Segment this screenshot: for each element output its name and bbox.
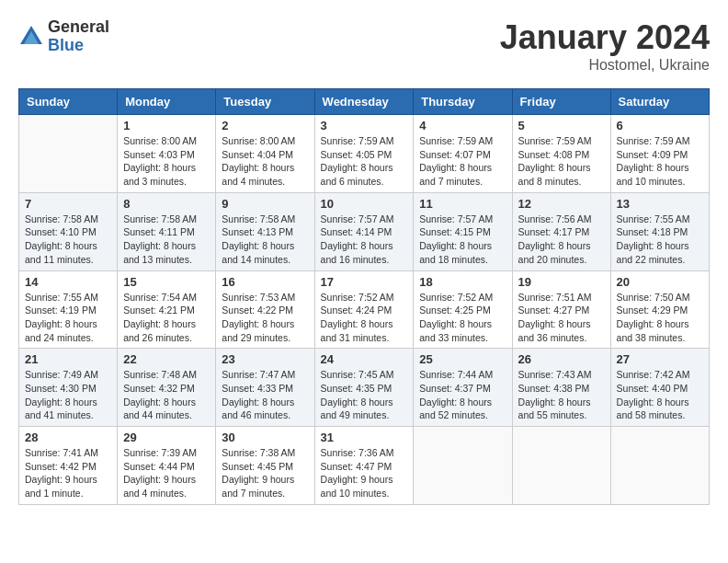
table-row bbox=[19, 115, 118, 193]
header-tuesday: Tuesday bbox=[216, 89, 314, 115]
day-number: 18 bbox=[419, 275, 506, 289]
table-row: 24Sunrise: 7:45 AMSunset: 4:35 PMDayligh… bbox=[314, 349, 414, 427]
calendar-week-row: 28Sunrise: 7:41 AMSunset: 4:42 PMDayligh… bbox=[19, 427, 710, 505]
table-row bbox=[610, 427, 709, 505]
table-row bbox=[414, 427, 512, 505]
logo-general-text: General bbox=[48, 18, 109, 37]
calendar-week-row: 14Sunrise: 7:55 AMSunset: 4:19 PMDayligh… bbox=[19, 270, 710, 349]
header-row: Sunday Monday Tuesday Wednesday Thursday… bbox=[19, 89, 710, 115]
table-row: 4Sunrise: 7:59 AMSunset: 4:07 PMDaylight… bbox=[414, 115, 512, 193]
day-number: 20 bbox=[617, 275, 703, 289]
table-row: 17Sunrise: 7:52 AMSunset: 4:24 PMDayligh… bbox=[314, 270, 414, 349]
day-number: 8 bbox=[123, 197, 210, 211]
table-row: 30Sunrise: 7:38 AMSunset: 4:45 PMDayligh… bbox=[216, 427, 314, 505]
table-row: 3Sunrise: 7:59 AMSunset: 4:05 PMDaylight… bbox=[314, 115, 414, 193]
day-number: 25 bbox=[419, 352, 506, 366]
table-row: 1Sunrise: 8:00 AMSunset: 4:03 PMDaylight… bbox=[118, 115, 216, 193]
table-row: 28Sunrise: 7:41 AMSunset: 4:42 PMDayligh… bbox=[19, 427, 118, 505]
day-number: 27 bbox=[617, 352, 703, 366]
day-info: Sunrise: 7:59 AMSunset: 4:05 PMDaylight:… bbox=[321, 134, 408, 189]
day-info: Sunrise: 7:52 AMSunset: 4:24 PMDaylight:… bbox=[321, 291, 408, 345]
calendar-week-row: 21Sunrise: 7:49 AMSunset: 4:30 PMDayligh… bbox=[19, 349, 710, 427]
table-row: 6Sunrise: 7:59 AMSunset: 4:09 PMDaylight… bbox=[610, 115, 709, 193]
day-info: Sunrise: 7:52 AMSunset: 4:25 PMDaylight:… bbox=[419, 291, 506, 345]
day-info: Sunrise: 7:58 AMSunset: 4:11 PMDaylight:… bbox=[123, 213, 210, 267]
table-row: 19Sunrise: 7:51 AMSunset: 4:27 PMDayligh… bbox=[512, 270, 610, 349]
day-number: 9 bbox=[222, 197, 308, 211]
day-number: 31 bbox=[321, 431, 408, 444]
day-number: 12 bbox=[518, 197, 605, 211]
day-info: Sunrise: 8:00 AMSunset: 4:04 PMDaylight:… bbox=[222, 134, 308, 189]
day-info: Sunrise: 7:51 AMSunset: 4:27 PMDaylight:… bbox=[518, 291, 605, 345]
logo-icon bbox=[18, 24, 44, 50]
day-info: Sunrise: 7:36 AMSunset: 4:47 PMDaylight:… bbox=[321, 446, 408, 500]
day-info: Sunrise: 7:48 AMSunset: 4:32 PMDaylight:… bbox=[123, 368, 210, 422]
day-info: Sunrise: 7:49 AMSunset: 4:30 PMDaylight:… bbox=[25, 368, 111, 422]
day-info: Sunrise: 7:58 AMSunset: 4:10 PMDaylight:… bbox=[25, 213, 111, 267]
table-row: 7Sunrise: 7:58 AMSunset: 4:10 PMDaylight… bbox=[19, 192, 118, 270]
day-number: 30 bbox=[222, 431, 308, 444]
day-number: 24 bbox=[321, 352, 408, 366]
day-number: 2 bbox=[222, 119, 308, 132]
day-info: Sunrise: 7:43 AMSunset: 4:38 PMDaylight:… bbox=[518, 368, 605, 422]
header-friday: Friday bbox=[512, 89, 610, 115]
table-row: 10Sunrise: 7:57 AMSunset: 4:14 PMDayligh… bbox=[314, 192, 414, 270]
table-row: 5Sunrise: 7:59 AMSunset: 4:08 PMDaylight… bbox=[512, 115, 610, 193]
table-row: 11Sunrise: 7:57 AMSunset: 4:15 PMDayligh… bbox=[414, 192, 512, 270]
header-sunday: Sunday bbox=[19, 89, 118, 115]
day-info: Sunrise: 7:59 AMSunset: 4:08 PMDaylight:… bbox=[518, 134, 605, 189]
calendar-week-row: 7Sunrise: 7:58 AMSunset: 4:10 PMDaylight… bbox=[19, 192, 710, 270]
header-wednesday: Wednesday bbox=[314, 89, 414, 115]
table-row: 25Sunrise: 7:44 AMSunset: 4:37 PMDayligh… bbox=[414, 349, 512, 427]
table-row: 20Sunrise: 7:50 AMSunset: 4:29 PMDayligh… bbox=[610, 270, 709, 349]
day-number: 16 bbox=[222, 275, 308, 289]
day-number: 28 bbox=[25, 431, 111, 444]
day-number: 3 bbox=[321, 119, 408, 132]
day-number: 15 bbox=[123, 275, 210, 289]
day-number: 7 bbox=[25, 197, 111, 211]
day-info: Sunrise: 7:55 AMSunset: 4:19 PMDaylight:… bbox=[25, 291, 111, 345]
day-info: Sunrise: 7:55 AMSunset: 4:18 PMDaylight:… bbox=[617, 213, 703, 267]
table-row: 14Sunrise: 7:55 AMSunset: 4:19 PMDayligh… bbox=[19, 270, 118, 349]
day-info: Sunrise: 7:45 AMSunset: 4:35 PMDaylight:… bbox=[321, 368, 408, 422]
calendar-week-row: 1Sunrise: 8:00 AMSunset: 4:03 PMDaylight… bbox=[19, 115, 710, 193]
day-number: 10 bbox=[321, 197, 408, 211]
day-number: 23 bbox=[222, 352, 308, 366]
day-info: Sunrise: 7:47 AMSunset: 4:33 PMDaylight:… bbox=[222, 368, 308, 422]
table-row: 21Sunrise: 7:49 AMSunset: 4:30 PMDayligh… bbox=[19, 349, 118, 427]
day-info: Sunrise: 7:58 AMSunset: 4:13 PMDaylight:… bbox=[222, 213, 308, 267]
table-row bbox=[512, 427, 610, 505]
header-monday: Monday bbox=[118, 89, 216, 115]
calendar-body: 1Sunrise: 8:00 AMSunset: 4:03 PMDaylight… bbox=[19, 115, 710, 505]
table-row: 9Sunrise: 7:58 AMSunset: 4:13 PMDaylight… bbox=[216, 192, 314, 270]
page-header: General Blue January 2024 Hostomel, Ukra… bbox=[18, 18, 710, 74]
day-number: 1 bbox=[123, 119, 210, 132]
month-title: January 2024 bbox=[500, 18, 710, 57]
day-number: 5 bbox=[518, 119, 605, 132]
day-info: Sunrise: 7:56 AMSunset: 4:17 PMDaylight:… bbox=[518, 213, 605, 267]
logo-text: General Blue bbox=[48, 18, 109, 55]
day-number: 29 bbox=[123, 431, 210, 444]
table-row: 27Sunrise: 7:42 AMSunset: 4:40 PMDayligh… bbox=[610, 349, 709, 427]
day-number: 26 bbox=[518, 352, 605, 366]
day-info: Sunrise: 7:57 AMSunset: 4:14 PMDaylight:… bbox=[321, 213, 408, 267]
day-number: 22 bbox=[123, 352, 210, 366]
day-info: Sunrise: 7:54 AMSunset: 4:21 PMDaylight:… bbox=[123, 291, 210, 345]
table-row: 22Sunrise: 7:48 AMSunset: 4:32 PMDayligh… bbox=[118, 349, 216, 427]
day-number: 21 bbox=[25, 352, 111, 366]
calendar-table: Sunday Monday Tuesday Wednesday Thursday… bbox=[18, 88, 710, 505]
day-info: Sunrise: 7:39 AMSunset: 4:44 PMDaylight:… bbox=[123, 446, 210, 500]
table-row: 18Sunrise: 7:52 AMSunset: 4:25 PMDayligh… bbox=[414, 270, 512, 349]
day-info: Sunrise: 7:42 AMSunset: 4:40 PMDaylight:… bbox=[617, 368, 703, 422]
table-row: 31Sunrise: 7:36 AMSunset: 4:47 PMDayligh… bbox=[314, 427, 414, 505]
table-row: 2Sunrise: 8:00 AMSunset: 4:04 PMDaylight… bbox=[216, 115, 314, 193]
table-row: 23Sunrise: 7:47 AMSunset: 4:33 PMDayligh… bbox=[216, 349, 314, 427]
day-info: Sunrise: 7:57 AMSunset: 4:15 PMDaylight:… bbox=[419, 213, 506, 267]
table-row: 13Sunrise: 7:55 AMSunset: 4:18 PMDayligh… bbox=[610, 192, 709, 270]
day-info: Sunrise: 7:44 AMSunset: 4:37 PMDaylight:… bbox=[419, 368, 506, 422]
table-row: 26Sunrise: 7:43 AMSunset: 4:38 PMDayligh… bbox=[512, 349, 610, 427]
logo: General Blue bbox=[18, 18, 109, 55]
day-info: Sunrise: 7:50 AMSunset: 4:29 PMDaylight:… bbox=[617, 291, 703, 345]
day-info: Sunrise: 7:38 AMSunset: 4:45 PMDaylight:… bbox=[222, 446, 308, 500]
table-row: 29Sunrise: 7:39 AMSunset: 4:44 PMDayligh… bbox=[118, 427, 216, 505]
